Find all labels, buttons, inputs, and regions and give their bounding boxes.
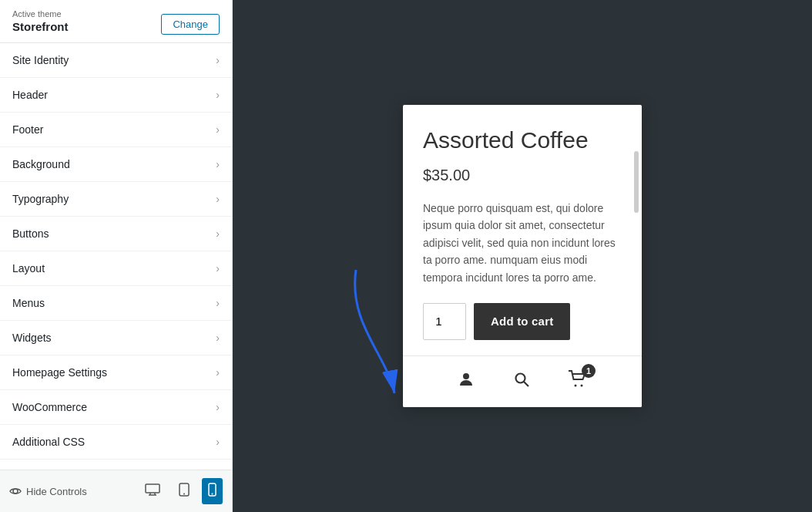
nav-item-label-layout: Layout: [12, 262, 45, 275]
quantity-input[interactable]: [423, 303, 466, 340]
nav-item-footer[interactable]: Footer ›: [0, 113, 232, 147]
product-description: Neque porro quisquam est, qui dolore ips…: [423, 200, 622, 286]
sidebar-footer: Hide Controls: [0, 470, 232, 512]
mobile-view-button[interactable]: [202, 478, 223, 504]
nav-item-label-typography: Typography: [12, 193, 69, 205]
nav-item-label-footer: Footer: [12, 123, 43, 136]
chevron-icon-site-identity: ›: [216, 54, 220, 66]
change-button[interactable]: Change: [161, 14, 220, 35]
svg-point-12: [575, 384, 577, 386]
svg-point-6: [183, 493, 185, 495]
tablet-view-button[interactable]: [173, 478, 196, 504]
card-scrollbar[interactable]: [634, 151, 639, 213]
chevron-icon-buttons: ›: [216, 227, 220, 240]
nav-item-header[interactable]: Header ›: [0, 78, 232, 113]
svg-rect-1: [146, 484, 159, 493]
nav-item-label-header: Header: [12, 89, 48, 101]
svg-point-10: [516, 373, 525, 382]
nav-item-background[interactable]: Background ›: [0, 147, 232, 182]
nav-item-additional-css[interactable]: Additional CSS ›: [0, 425, 232, 460]
card-footer: 1: [403, 356, 642, 407]
nav-item-layout[interactable]: Layout ›: [0, 251, 232, 286]
mobile-icon: [208, 483, 216, 497]
sidebar: Active theme Storefront Change Site Iden…: [0, 0, 233, 512]
svg-point-8: [212, 493, 213, 495]
nav-item-label-widgets: Widgets: [12, 332, 52, 344]
desktop-view-button[interactable]: [139, 479, 166, 504]
svg-point-13: [581, 384, 583, 386]
chevron-icon-layout: ›: [216, 262, 220, 275]
chevron-icon-woocommerce: ›: [216, 401, 220, 413]
nav-list: Site Identity › Header › Footer › Backgr…: [0, 43, 232, 470]
chevron-icon-homepage-settings: ›: [216, 366, 220, 379]
chevron-icon-footer: ›: [216, 123, 220, 136]
search-icon[interactable]: [512, 370, 531, 393]
nav-item-buttons[interactable]: Buttons ›: [0, 217, 232, 251]
chevron-icon-background: ›: [216, 158, 220, 170]
nav-item-label-site-identity: Site Identity: [12, 54, 69, 66]
chevron-icon-typography: ›: [216, 193, 220, 205]
cart-badge: 1: [582, 364, 596, 378]
cart-icon[interactable]: 1: [568, 370, 588, 393]
user-icon[interactable]: [457, 370, 475, 393]
add-to-cart-button[interactable]: Add to cart: [474, 303, 570, 340]
sidebar-header: Active theme Storefront Change: [0, 0, 232, 43]
preview-area: Assorted Coffee $35.00 Neque porro quisq…: [233, 0, 812, 512]
svg-line-11: [524, 382, 528, 386]
product-price: $35.00: [423, 167, 622, 184]
nav-item-homepage-settings[interactable]: Homepage Settings ›: [0, 355, 232, 390]
eye-icon: [9, 485, 22, 497]
chevron-icon-menus: ›: [216, 297, 220, 309]
svg-point-9: [463, 373, 469, 379]
product-title: Assorted Coffee: [423, 126, 622, 154]
chevron-icon-widgets: ›: [216, 332, 220, 344]
nav-item-label-homepage-settings: Homepage Settings: [12, 366, 107, 379]
tablet-icon: [179, 483, 190, 497]
hide-controls-label: Hide Controls: [26, 486, 87, 497]
product-card: Assorted Coffee $35.00 Neque porro quisq…: [403, 105, 642, 407]
chevron-icon-additional-css: ›: [216, 436, 220, 448]
svg-point-0: [13, 489, 18, 493]
nav-item-typography[interactable]: Typography ›: [0, 182, 232, 217]
nav-item-menus[interactable]: Menus ›: [0, 286, 232, 321]
hide-controls-button[interactable]: Hide Controls: [9, 485, 133, 497]
nav-item-widgets[interactable]: Widgets ›: [0, 321, 232, 355]
chevron-icon-header: ›: [216, 89, 220, 101]
nav-item-woocommerce[interactable]: WooCommerce ›: [0, 390, 232, 425]
nav-item-label-buttons: Buttons: [12, 227, 49, 240]
desktop-icon: [145, 483, 160, 496]
product-card-body: Assorted Coffee $35.00 Neque porro quisq…: [403, 105, 642, 355]
nav-item-label-woocommerce: WooCommerce: [12, 401, 87, 413]
nav-item-label-additional-css: Additional CSS: [12, 436, 85, 448]
nav-item-site-identity[interactable]: Site Identity ›: [0, 43, 232, 78]
add-to-cart-row: Add to cart: [423, 303, 622, 340]
nav-item-label-background: Background: [12, 158, 70, 170]
nav-item-label-menus: Menus: [12, 297, 45, 309]
